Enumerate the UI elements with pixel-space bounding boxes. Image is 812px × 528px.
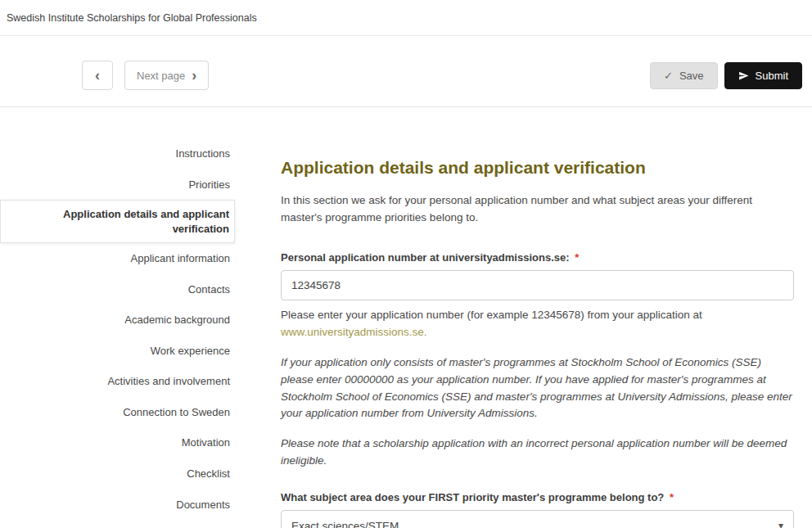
application-number-input[interactable] xyxy=(281,270,794,300)
toolbar: ‹ Next page › ✓ Save Submit xyxy=(0,36,812,107)
required-asterisk: * xyxy=(670,491,674,503)
section-intro: In this section we ask for your personal… xyxy=(281,192,794,227)
universityadmissions-link[interactable]: www.universityadmissions.se. xyxy=(281,326,427,338)
sidebar-item-application-details[interactable]: Application details and applicant verifi… xyxy=(0,200,235,243)
sidebar-item-checklist[interactable]: Checklist xyxy=(0,458,235,490)
sidebar-item-activities-involvement[interactable]: Activities and involvement xyxy=(0,366,235,397)
next-page-label: Next page xyxy=(137,70,185,82)
application-number-help-text: Please enter your application number (fo… xyxy=(281,309,702,321)
sidebar-item-work-experience[interactable]: Work experience xyxy=(0,336,235,367)
subject-area-label: What subject area does your FIRST priori… xyxy=(281,491,794,503)
content-area: Instructions Priorities Application deta… xyxy=(0,107,812,528)
sidebar-item-connection-to-sweden[interactable]: Connection to Sweden xyxy=(0,397,235,428)
sidebar-item-contacts[interactable]: Contacts xyxy=(0,274,235,305)
sidebar-item-academic-background[interactable]: Academic background xyxy=(0,305,235,336)
section-sidebar: Instructions Priorities Application deta… xyxy=(0,138,235,528)
application-number-label: Personal application number at universit… xyxy=(281,251,794,264)
page: Swedish Institute Scholarships for Globa… xyxy=(0,0,812,528)
save-button[interactable]: ✓ Save xyxy=(650,62,718,89)
subject-area-selected-value: Exact sciences/STEM xyxy=(291,520,399,528)
caret-down-icon: ▾ xyxy=(778,520,783,528)
submit-button-label: Submit xyxy=(756,70,788,82)
subject-area-select[interactable]: Exact sciences/STEM ▾ xyxy=(281,510,794,528)
sidebar-item-applicant-information[interactable]: Applicant information xyxy=(0,243,235,274)
next-page-button[interactable]: Next page › xyxy=(124,61,209,90)
sidebar-item-priorities[interactable]: Priorities xyxy=(0,169,235,201)
sidebar-item-documents[interactable]: Documents xyxy=(0,490,235,521)
page-title: Application details and applicant verifi… xyxy=(281,158,794,178)
toolbar-action-group: ✓ Save Submit xyxy=(650,62,802,89)
app-header: Swedish Institute Scholarships for Globa… xyxy=(0,0,812,36)
paper-plane-icon xyxy=(738,70,749,81)
application-number-label-text: Personal application number at universit… xyxy=(281,251,570,264)
subject-area-label-text: What subject area does your FIRST priori… xyxy=(281,491,664,503)
sidebar-item-instructions[interactable]: Instructions xyxy=(0,138,235,169)
submit-button[interactable]: Submit xyxy=(724,62,802,89)
app-title: Swedish Institute Scholarships for Globa… xyxy=(7,12,257,24)
check-icon: ✓ xyxy=(664,70,673,82)
sidebar-item-motivation[interactable]: Motivation xyxy=(0,427,235,458)
sidebar-item-about-your-documents[interactable]: About your documents xyxy=(0,520,235,528)
previous-page-button[interactable]: ‹ xyxy=(82,61,113,90)
sse-note: If your application only consists of mas… xyxy=(281,354,794,423)
chevron-right-icon: › xyxy=(192,68,196,83)
chevron-left-icon: ‹ xyxy=(95,68,100,83)
toolbar-nav-group: ‹ Next page › xyxy=(82,61,209,90)
form-main: Application details and applicant verifi… xyxy=(235,138,812,528)
ineligible-note: Please note that a scholarship applicati… xyxy=(281,435,794,470)
application-number-help: Please enter your application number (fo… xyxy=(281,307,794,341)
required-asterisk: * xyxy=(575,251,579,264)
save-button-label: Save xyxy=(679,70,704,82)
